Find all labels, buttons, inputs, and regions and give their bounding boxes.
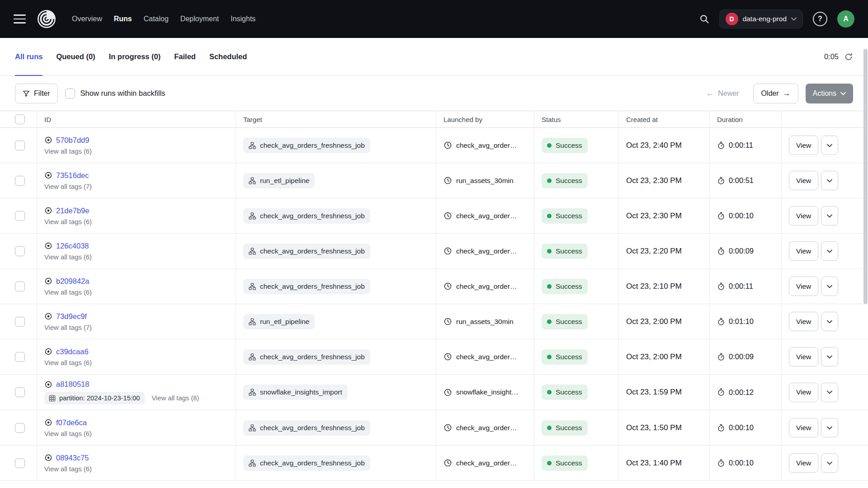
view-all-tags-link[interactable]: View all tags (6) bbox=[44, 289, 92, 296]
row-checkbox[interactable] bbox=[15, 317, 25, 327]
view-all-tags-link[interactable]: View all tags (6) bbox=[44, 253, 92, 261]
target-chip[interactable]: snowflake_insights_import bbox=[243, 385, 348, 400]
nav-item[interactable]: Insights bbox=[231, 15, 255, 23]
menu-icon[interactable] bbox=[14, 14, 26, 23]
run-id-link[interactable]: c39dcaa6 bbox=[56, 347, 89, 356]
target-chip[interactable]: check_avg_orders_freshness_job bbox=[243, 279, 370, 294]
deployment-switcher[interactable]: D data-eng-prod bbox=[719, 9, 803, 28]
run-duration: 0:00:11 bbox=[717, 282, 753, 291]
view-button[interactable]: View bbox=[789, 206, 818, 225]
view-all-tags-link[interactable]: View all tags (6) bbox=[44, 359, 92, 366]
row-checkbox[interactable] bbox=[15, 423, 25, 433]
filter-button[interactable]: Filter bbox=[15, 84, 58, 103]
row-checkbox[interactable] bbox=[15, 387, 25, 397]
view-dropdown-button[interactable] bbox=[821, 347, 838, 366]
launched-by-tag[interactable]: check_avg_order… bbox=[443, 352, 517, 361]
row-checkbox[interactable] bbox=[15, 141, 25, 150]
backfills-checkbox[interactable] bbox=[65, 89, 75, 99]
view-dropdown-button[interactable] bbox=[821, 171, 838, 190]
dagster-logo-icon[interactable] bbox=[37, 9, 57, 29]
select-all-checkbox[interactable] bbox=[15, 114, 25, 124]
view-button[interactable]: View bbox=[789, 453, 818, 473]
view-dropdown-button[interactable] bbox=[821, 206, 838, 225]
target-chip[interactable]: run_etl_pipeline bbox=[243, 173, 315, 188]
run-id-link[interactable]: 08943c75 bbox=[56, 454, 89, 462]
row-checkbox[interactable] bbox=[15, 246, 25, 256]
run-id-link[interactable]: 570b7dd9 bbox=[56, 136, 89, 145]
partition-tag[interactable]: partition: 2024-10-23-15:00 bbox=[44, 392, 145, 404]
view-button[interactable]: View bbox=[789, 241, 818, 261]
view-dropdown-button[interactable] bbox=[821, 383, 838, 402]
view-button[interactable]: View bbox=[789, 171, 818, 190]
view-all-tags-link[interactable]: View all tags (7) bbox=[44, 324, 92, 331]
row-checkbox[interactable] bbox=[15, 458, 25, 468]
row-checkbox[interactable] bbox=[15, 282, 25, 291]
success-dot-icon bbox=[547, 319, 552, 324]
row-checkbox[interactable] bbox=[15, 211, 25, 221]
launched-by-tag[interactable]: check_avg_order… bbox=[443, 459, 517, 467]
target-chip[interactable]: check_avg_orders_freshness_job bbox=[243, 138, 370, 153]
actions-button[interactable]: Actions bbox=[806, 84, 853, 103]
view-button[interactable]: View bbox=[789, 312, 818, 331]
view-all-tags-link[interactable]: View all tags (6) bbox=[44, 218, 92, 225]
view-all-tags-link[interactable]: View all tags (6) bbox=[44, 148, 92, 155]
view-button[interactable]: View bbox=[789, 347, 818, 366]
target-chip[interactable]: run_etl_pipeline bbox=[243, 314, 315, 329]
view-all-tags-link[interactable]: View all tags (6) bbox=[44, 465, 92, 473]
scrollbar-thumb[interactable] bbox=[863, 49, 868, 304]
view-dropdown-button[interactable] bbox=[821, 453, 838, 473]
view-button[interactable]: View bbox=[789, 277, 818, 296]
launched-by-tag[interactable]: snowflake_insight… bbox=[443, 388, 519, 397]
view-dropdown-button[interactable] bbox=[821, 241, 838, 261]
view-all-tags-link[interactable]: View all tags (8) bbox=[152, 394, 199, 402]
run-id-link[interactable]: 126c4038 bbox=[56, 242, 89, 250]
view-button[interactable]: View bbox=[789, 136, 818, 155]
view-button[interactable]: View bbox=[789, 383, 818, 402]
view-all-tags-link[interactable]: View all tags (7) bbox=[44, 183, 92, 190]
nav-item[interactable]: Catalog bbox=[144, 15, 169, 23]
launched-by-tag[interactable]: check_avg_order… bbox=[443, 211, 517, 220]
nav-item[interactable]: Overview bbox=[72, 15, 102, 23]
table-header: ID Target Launched by Status Created at … bbox=[0, 111, 868, 128]
row-checkbox[interactable] bbox=[15, 176, 25, 186]
run-id-link[interactable]: 21de7b9e bbox=[56, 206, 89, 215]
newer-button[interactable]: ← Newer bbox=[703, 89, 741, 98]
user-avatar[interactable]: A bbox=[837, 10, 854, 28]
tab[interactable]: Queued (0) bbox=[56, 38, 95, 75]
target-chip[interactable]: check_avg_orders_freshness_job bbox=[243, 349, 370, 365]
launched-by-tag[interactable]: check_avg_order… bbox=[443, 247, 517, 255]
help-icon[interactable]: ? bbox=[813, 12, 827, 26]
view-button[interactable]: View bbox=[789, 418, 818, 437]
row-checkbox[interactable] bbox=[15, 352, 25, 362]
clock-icon bbox=[443, 247, 452, 255]
target-chip[interactable]: check_avg_orders_freshness_job bbox=[243, 455, 370, 471]
view-dropdown-button[interactable] bbox=[821, 277, 838, 296]
run-id-link[interactable]: b209842a bbox=[56, 277, 89, 286]
target-chip[interactable]: check_avg_orders_freshness_job bbox=[243, 208, 370, 224]
launched-by-tag[interactable]: check_avg_order… bbox=[443, 282, 517, 291]
run-id-link[interactable]: 73d9ec9f bbox=[56, 312, 87, 321]
view-dropdown-button[interactable] bbox=[821, 136, 838, 155]
tab[interactable]: Failed bbox=[174, 38, 196, 75]
view-dropdown-button[interactable] bbox=[821, 418, 838, 437]
view-all-tags-link[interactable]: View all tags (6) bbox=[44, 430, 92, 437]
older-button[interactable]: Older → bbox=[753, 84, 798, 103]
search-icon[interactable] bbox=[699, 14, 709, 24]
tab[interactable]: All runs bbox=[15, 38, 42, 75]
launched-by-tag[interactable]: check_avg_order… bbox=[443, 423, 517, 432]
run-id-link[interactable]: 73516dec bbox=[56, 171, 89, 180]
target-chip[interactable]: check_avg_orders_freshness_job bbox=[243, 244, 370, 259]
tab[interactable]: Scheduled bbox=[209, 38, 247, 75]
refresh-icon[interactable] bbox=[844, 52, 853, 61]
nav-item[interactable]: Runs bbox=[114, 15, 132, 23]
run-id-link[interactable]: f07de6ca bbox=[56, 418, 87, 427]
run-id-link[interactable]: a8180518 bbox=[56, 380, 89, 389]
view-dropdown-button[interactable] bbox=[821, 312, 838, 331]
launched-by-tag[interactable]: run_assets_30min bbox=[443, 317, 514, 326]
tab[interactable]: In progress (0) bbox=[109, 38, 161, 75]
launched-by-tag[interactable]: check_avg_order… bbox=[443, 141, 517, 150]
nav-item[interactable]: Deployment bbox=[180, 15, 219, 23]
target-chip[interactable]: check_avg_orders_freshness_job bbox=[243, 420, 370, 436]
launched-by-tag[interactable]: run_assets_30min bbox=[443, 176, 514, 185]
column-header-launched-by: Launched by bbox=[436, 111, 534, 127]
